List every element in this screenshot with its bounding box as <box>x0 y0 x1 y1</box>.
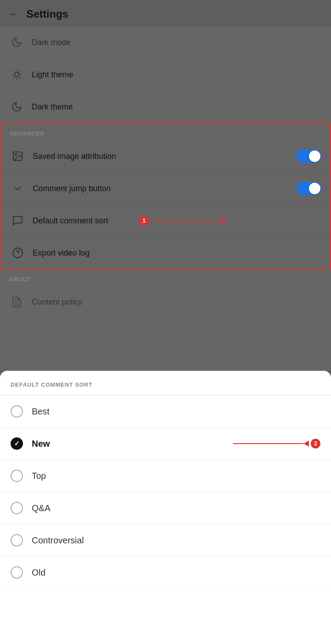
comment-sort-modal: DEFAULT COMMENT SORT BestNew 2 TopQ&ACon… <box>0 371 331 644</box>
radio-item-old[interactable]: Old <box>0 557 331 589</box>
export-video-log-arrow: → <box>312 248 321 258</box>
back-button[interactable]: ← <box>9 8 19 20</box>
content-policy-item[interactable]: Content policy → <box>0 286 331 318</box>
radio-item-top[interactable]: Top <box>0 460 331 492</box>
radio-circle-top <box>11 470 23 482</box>
comment-sort-icon <box>10 213 26 229</box>
dark-mode-label: Dark mode <box>32 38 322 47</box>
saved-image-item[interactable]: Saved image attribution <box>1 140 330 173</box>
svg-point-10 <box>15 154 17 155</box>
radio-label-controversial: Controversial <box>32 535 84 546</box>
dark-theme-icon <box>9 99 25 115</box>
dark-mode-item[interactable]: Dark mode <box>0 26 331 59</box>
annotation-2-arrowhead <box>304 441 309 447</box>
radio-label-best: Best <box>32 407 49 417</box>
settings-background: ← Settings Dark mode Light the <box>0 0 331 371</box>
advanced-section: ADVANCED Saved image attribution Comment… <box>0 123 331 270</box>
content-policy-icon <box>9 294 25 310</box>
comment-jump-toggle[interactable] <box>297 182 321 195</box>
dark-mode-icon <box>9 34 25 50</box>
comment-jump-icon <box>10 181 26 196</box>
annotation-1-line <box>149 220 222 222</box>
annotation-2-badge: 2 <box>311 439 320 448</box>
radio-label-new: New <box>32 439 50 449</box>
light-theme-label: Light theme <box>32 70 283 79</box>
light-theme-icon <box>9 67 25 83</box>
saved-image-toggle[interactable] <box>297 150 321 163</box>
annotation-2-line <box>233 443 304 444</box>
advanced-section-label: ADVANCED <box>1 124 330 140</box>
radio-label-q-a: Q&A <box>32 503 50 513</box>
radio-item-best[interactable]: Best <box>0 395 331 428</box>
radio-options-list: BestNew 2 TopQ&AControversialOld <box>0 395 331 589</box>
light-theme-item[interactable]: Light theme Alien Blue ▾ <box>0 59 331 91</box>
light-theme-chevron: ▾ <box>319 72 322 78</box>
dark-theme-value[interactable]: Night ▾ <box>300 102 322 111</box>
default-comment-sort-item[interactable]: Default comment sort 1 New ▾ <box>1 205 330 237</box>
annotation-2: 2 <box>233 439 320 448</box>
saved-image-label: Saved image attribution <box>33 152 297 161</box>
annotation-1-arrowhead <box>222 218 227 224</box>
comment-jump-label: Comment jump button <box>33 184 297 193</box>
radio-item-q-a[interactable]: Q&A <box>0 492 331 524</box>
dark-theme-label: Dark theme <box>32 102 300 112</box>
export-video-log-icon <box>10 245 26 261</box>
radio-circle-q-a <box>11 502 23 514</box>
dark-theme-chevron: ▾ <box>319 104 322 110</box>
svg-line-4 <box>20 78 21 79</box>
radio-circle-controversial <box>11 534 23 546</box>
saved-image-icon <box>10 148 26 164</box>
light-theme-value[interactable]: Alien Blue ▾ <box>283 70 322 79</box>
export-video-log-item[interactable]: Export video log → <box>1 237 330 269</box>
svg-line-8 <box>20 71 21 72</box>
default-sort-chevron: ▾ <box>318 218 321 224</box>
dark-theme-item[interactable]: Dark theme Night ▾ <box>0 91 331 123</box>
annotation-1-badge: 1 <box>139 216 149 226</box>
radio-circle-best <box>11 405 23 418</box>
content-policy-label: Content policy <box>32 298 313 307</box>
about-section-label: ABOUT <box>0 270 331 286</box>
settings-header: ← Settings <box>0 0 331 26</box>
comment-jump-item[interactable]: Comment jump button <box>1 173 330 205</box>
radio-label-top: Top <box>32 471 46 481</box>
svg-line-7 <box>13 78 14 79</box>
radio-circle-new <box>11 437 23 450</box>
radio-item-new[interactable]: New 2 <box>0 428 331 460</box>
svg-point-0 <box>15 72 19 77</box>
default-comment-sort-value[interactable]: New ▾ <box>301 216 321 225</box>
svg-line-3 <box>13 71 14 72</box>
page-title: Settings <box>26 8 68 20</box>
content-policy-arrow: → <box>313 297 322 307</box>
radio-circle-old <box>11 566 23 579</box>
modal-title: DEFAULT COMMENT SORT <box>0 371 331 395</box>
radio-label-old: Old <box>32 568 45 578</box>
export-video-log-label: Export video log <box>33 249 312 258</box>
radio-item-controversial[interactable]: Controversial <box>0 524 331 557</box>
